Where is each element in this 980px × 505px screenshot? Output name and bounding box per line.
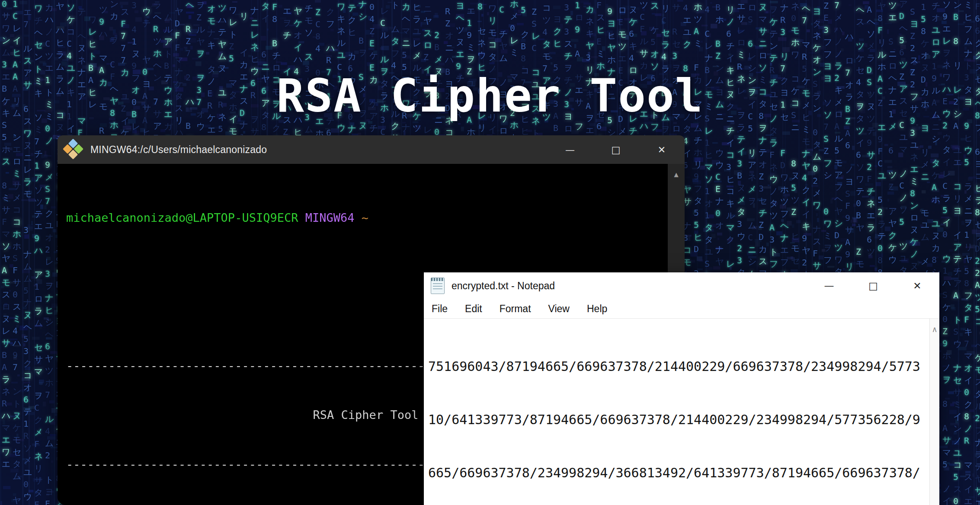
terminal-titlebar[interactable]: MINGW64:/c/Users/michaelcanonizado — □ ✕ — [58, 135, 685, 164]
notepad-window-controls: — □ ✕ — [807, 272, 939, 299]
menu-view[interactable]: View — [548, 303, 570, 315]
menu-file[interactable]: File — [432, 303, 448, 315]
close-button[interactable]: ✕ — [895, 272, 939, 299]
terminal-window-controls: — □ ✕ — [547, 135, 685, 164]
terminal-title: MINGW64:/c/Users/michaelcanonizado — [90, 144, 267, 156]
maximize-button[interactable]: □ — [593, 135, 639, 164]
scroll-up-icon[interactable]: ∧ — [930, 325, 939, 334]
menu-help[interactable]: Help — [587, 303, 607, 315]
notepad-title: encrypted.txt - Notepad — [452, 280, 555, 292]
close-button[interactable]: ✕ — [639, 135, 685, 164]
menu-edit[interactable]: Edit — [465, 303, 482, 315]
prompt-path: ~ — [354, 211, 368, 224]
prompt-env: MINGW64 — [298, 211, 354, 224]
terminal-prompt: michaelcanonizado@LAPTOP-USIQ9ECR MINGW6… — [66, 210, 665, 226]
notepad-icon — [431, 278, 445, 294]
minimize-button[interactable]: — — [547, 135, 593, 164]
maximize-button[interactable]: □ — [851, 272, 895, 299]
menu-format[interactable]: Format — [500, 303, 531, 315]
scroll-up-icon[interactable]: ▲ — [668, 170, 685, 179]
encrypted-text-line: 10/641339773/87194665/669637378/21440022… — [428, 411, 930, 428]
encrypted-text-line: 665/669637378/234998294/366813492/641339… — [428, 464, 930, 482]
screen: RSA Cipher Tool MINGW64:/c/Users/michael… — [0, 0, 980, 505]
encrypted-text-line: 751696043/87194665/669637378/214400229/6… — [428, 358, 930, 375]
git-bash-icon — [62, 139, 84, 161]
notepad-menubar: File Edit Format View Help — [424, 299, 939, 319]
notepad-scrollbar[interactable]: ∧ — [929, 319, 939, 505]
notepad-text-area[interactable]: 751696043/87194665/669637378/214400229/6… — [424, 319, 930, 505]
page-title: RSA Cipher Tool — [0, 69, 980, 122]
notepad-titlebar[interactable]: encrypted.txt - Notepad — □ ✕ — [424, 272, 939, 299]
notepad-window: encrypted.txt - Notepad — □ ✕ File Edit … — [424, 272, 939, 505]
minimize-button[interactable]: — — [807, 272, 851, 299]
prompt-user-host: michaelcanonizado@LAPTOP-USIQ9ECR — [66, 211, 298, 224]
